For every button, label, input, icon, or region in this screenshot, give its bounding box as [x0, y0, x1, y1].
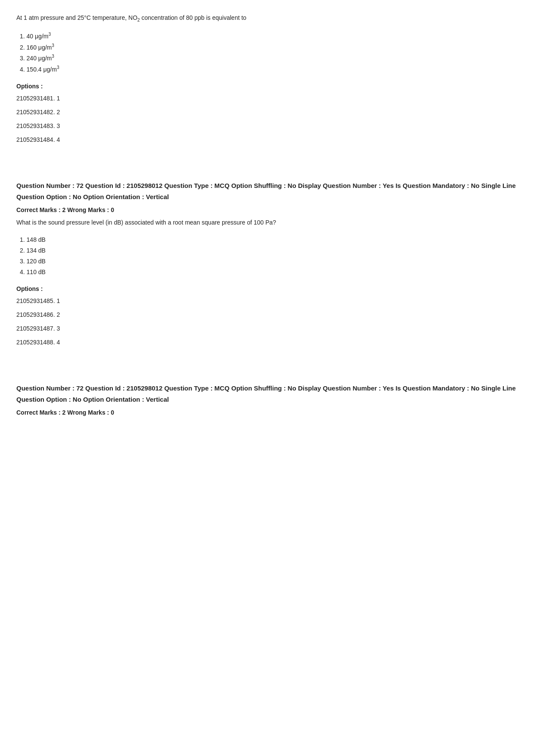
option-row-72-3: 21052931487. 3	[16, 325, 518, 332]
option-row-1-1: 21052931481. 1	[16, 95, 518, 102]
option-row-1-2: 21052931482. 2	[16, 109, 518, 116]
option-item-1-2: 2. 160 μg/m3	[20, 42, 518, 53]
options-list-1: 1. 40 μg/m3 2. 160 μg/m3 3. 240 μg/m3 4.…	[20, 31, 518, 75]
option-row-1-4: 21052931484. 4	[16, 136, 518, 143]
option-item-1-1: 1. 40 μg/m3	[20, 31, 518, 42]
marks-info-72: Correct Marks : 2 Wrong Marks : 0	[16, 206, 518, 213]
option-item-1-4: 4. 150.4 μg/m3	[20, 64, 518, 75]
question-intro-text: At 1 atm pressure and 25°C temperature, …	[16, 13, 518, 24]
option-row-72-1: 21052931485. 1	[16, 297, 518, 304]
option-item-72-4: 4. 110 dB	[20, 267, 518, 278]
option-row-72-4: 21052931488. 4	[16, 339, 518, 346]
options-section-label-72: Options :	[16, 285, 518, 292]
question-meta-72: Question Number : 72 Question Id : 21052…	[16, 180, 518, 202]
option-item-1-3: 3. 240 μg/m3	[20, 53, 518, 64]
option-item-72-2: 2. 134 dB	[20, 245, 518, 256]
question-meta-72b: Question Number : 72 Question Id : 21052…	[16, 383, 518, 405]
option-item-72-1: 1. 148 dB	[20, 234, 518, 245]
option-item-72-3: 3. 120 dB	[20, 256, 518, 267]
options-list-72: 1. 148 dB 2. 134 dB 3. 120 dB 4. 110 dB	[20, 234, 518, 278]
marks-info-72b: Correct Marks : 2 Wrong Marks : 0	[16, 409, 518, 416]
options-section-label-1: Options :	[16, 83, 518, 90]
question-text-72: What is the sound pressure level (in dB)…	[16, 218, 518, 227]
option-row-72-2: 21052931486. 2	[16, 311, 518, 318]
option-row-1-3: 21052931483. 3	[16, 122, 518, 129]
